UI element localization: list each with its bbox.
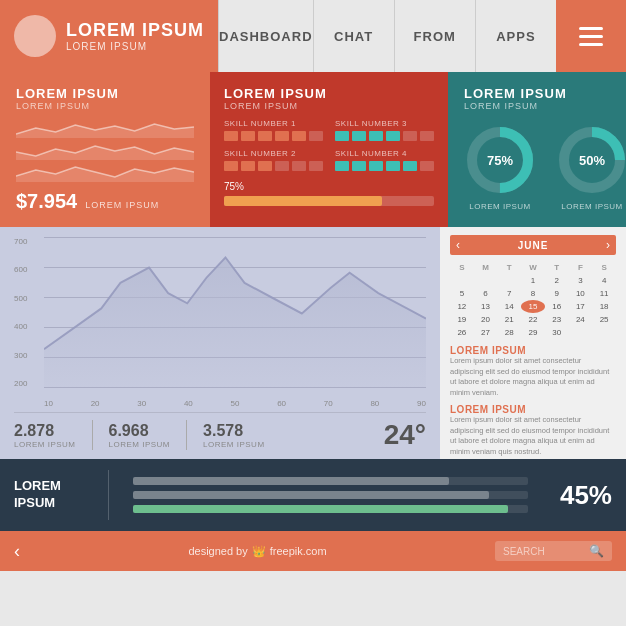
rp-section-2: LOREM IPSUM Lorem ipsum dolor sit amet c… [450, 404, 616, 457]
cal-day [592, 326, 616, 339]
cal-day[interactable]: 14 [497, 300, 521, 313]
progress-bar-fill [224, 196, 382, 206]
donut2-label: LOREM IPSUM [561, 202, 623, 211]
nav-apps[interactable]: Apps [475, 0, 556, 72]
bar-row-3 [133, 505, 528, 513]
nav-items: DASHBOARD CHAT FRoM Apps [218, 0, 556, 72]
skill-2-dots [224, 161, 323, 171]
skill-1: SKILL NUMBER 1 [224, 119, 323, 141]
cal-day[interactable]: 22 [521, 313, 545, 326]
cal-day[interactable]: 10 [569, 287, 593, 300]
stat-3-label: LOREM IPSUM [203, 440, 265, 449]
bottom-bar: LOREMIPSUM 45% [0, 459, 626, 531]
price-label: LOREM IPSUM [85, 200, 159, 210]
bar-row-2 [133, 491, 528, 499]
cal-day [497, 274, 521, 287]
rp-text-2: Lorem ipsum dolor sit amet consectetur a… [450, 415, 616, 457]
cal-day[interactable]: 4 [592, 274, 616, 287]
bar-fill-1 [133, 477, 449, 485]
cal-day[interactable]: 29 [521, 326, 545, 339]
bar-track-3 [133, 505, 528, 513]
cal-day[interactable]: 18 [592, 300, 616, 313]
cal-day[interactable]: 1 [521, 274, 545, 287]
cal-prev-arrow[interactable]: ‹ [456, 238, 460, 252]
stat-1: 2.878 LOREM IPSUM [14, 422, 92, 449]
cal-day[interactable]: 13 [474, 300, 498, 313]
bar-track-2 [133, 491, 528, 499]
calendar-header: ‹ JUNE › [450, 235, 616, 255]
stat-3-val: 3.578 [203, 422, 265, 440]
widget3-sub: LOREM IPSUM [464, 101, 626, 111]
search-box[interactable]: 🔍 [495, 541, 612, 561]
cal-day[interactable]: 9 [545, 287, 569, 300]
cal-day[interactable]: 30 [545, 326, 569, 339]
cal-day[interactable]: 7 [497, 287, 521, 300]
cal-next-arrow[interactable]: › [606, 238, 610, 252]
cal-day[interactable]: 5 [450, 287, 474, 300]
widget2-sub: LOREM IPSUM [224, 101, 434, 111]
nav-dashboard[interactable]: DASHBOARD [218, 0, 313, 72]
y-labels: 700 600 500 400 300 200 [14, 237, 27, 388]
skill-4-dots [335, 161, 434, 171]
svg-marker-0 [16, 124, 194, 138]
search-input[interactable] [503, 546, 583, 557]
cal-day [450, 274, 474, 287]
wave-3 [16, 164, 194, 182]
skill-1-dots [224, 131, 323, 141]
search-icon[interactable]: 🔍 [589, 544, 604, 558]
skill-3-dots [335, 131, 434, 141]
rp-title-2: LOREM IPSUM [450, 404, 616, 415]
hamburger-menu[interactable] [556, 0, 626, 72]
widget-sales: LOREM IPSUM LOREM IPSUM $7.954 LOREM IPS… [0, 72, 210, 227]
nav-chat[interactable]: CHAT [313, 0, 394, 72]
nav-from[interactable]: FRoM [394, 0, 475, 72]
cal-day[interactable]: 25 [592, 313, 616, 326]
donut1-container: 75% LOREM IPSUM [464, 124, 536, 211]
cal-day[interactable]: 23 [545, 313, 569, 326]
cal-day[interactable]: 27 [474, 326, 498, 339]
cal-day-m: M [474, 261, 498, 274]
skill-grid: SKILL NUMBER 1 SKILL NUMBER 3 [224, 119, 434, 171]
cal-day-f: F [569, 261, 593, 274]
cal-day[interactable]: 8 [521, 287, 545, 300]
stat-2-val: 6.968 [109, 422, 171, 440]
price-value: $7.954 [16, 190, 77, 213]
cal-day[interactable]: 20 [474, 313, 498, 326]
pct-label: 45% [552, 480, 612, 511]
bar-fill-3 [133, 505, 508, 513]
cal-month: JUNE [518, 240, 549, 251]
stat-1-label: LOREM IPSUM [14, 440, 76, 449]
header: LOREM IPSUM LOREM IPSUM DASHBOARD CHAT F… [0, 0, 626, 72]
cal-day[interactable]: 19 [450, 313, 474, 326]
widgets-row: LOREM IPSUM LOREM IPSUM $7.954 LOREM IPS… [0, 72, 626, 227]
cal-day[interactable]: 28 [497, 326, 521, 339]
cal-day[interactable]: 12 [450, 300, 474, 313]
cal-day[interactable]: 3 [569, 274, 593, 287]
cal-day[interactable]: 11 [592, 287, 616, 300]
cal-day[interactable]: 2 [545, 274, 569, 287]
chart-canvas: 700 600 500 400 300 200 [14, 237, 426, 408]
stat-2-label: LOREM IPSUM [109, 440, 171, 449]
bottom-title: LOREMIPSUM [14, 478, 94, 512]
widget3-title: LOREM IPSUM [464, 86, 626, 101]
widget1-title: LOREM IPSUM [16, 86, 194, 101]
price-row: $7.954 LOREM IPSUM [16, 190, 194, 213]
brand-text: freepik.com [270, 545, 327, 557]
cal-day[interactable]: 17 [569, 300, 593, 313]
cal-day[interactable]: 6 [474, 287, 498, 300]
hamburger-icon [579, 27, 603, 46]
cal-day[interactable]: 15 [521, 300, 545, 313]
cal-day[interactable]: 26 [450, 326, 474, 339]
bar-track-1 [133, 477, 528, 485]
cal-day[interactable]: 24 [569, 313, 593, 326]
cal-day[interactable]: 21 [497, 313, 521, 326]
widget2-title: LOREM IPSUM [224, 86, 434, 101]
donut2-chart: 50% [556, 124, 626, 196]
rp-title-1: LOREM IPSUM [450, 345, 616, 356]
cal-day-t2: T [545, 261, 569, 274]
skill-1-label: SKILL NUMBER 1 [224, 119, 323, 128]
cal-day-w: W [521, 261, 545, 274]
logo-text: LOREM IPSUM LOREM IPSUM [66, 20, 204, 52]
cal-day[interactable]: 16 [545, 300, 569, 313]
svg-marker-9 [44, 257, 426, 388]
